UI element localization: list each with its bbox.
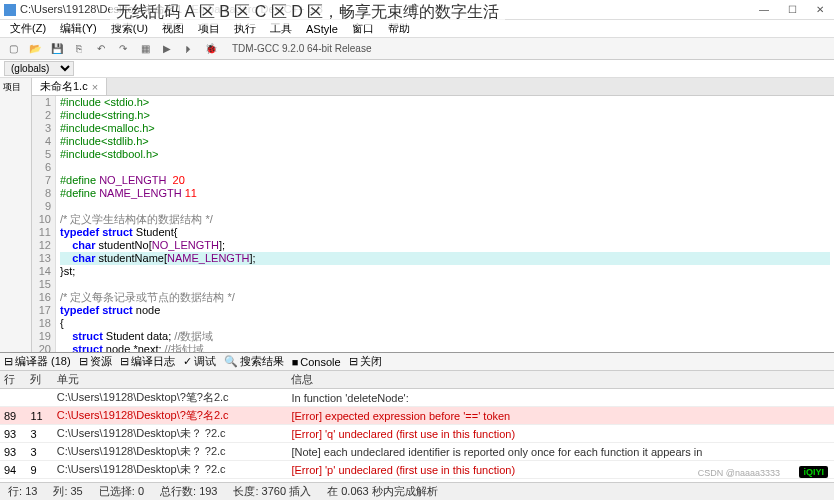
code-line[interactable]: {	[60, 317, 830, 330]
saveall-icon[interactable]: ⎘	[70, 40, 88, 58]
resources-tab[interactable]: ⊟ 资源	[79, 354, 112, 369]
code-line[interactable]: #include<string.h>	[60, 109, 830, 122]
menu-item[interactable]: 编辑(Y)	[54, 21, 103, 36]
debug-tab[interactable]: ✓ 调试	[183, 354, 216, 369]
iqiyi-watermark: iQIYI	[799, 466, 828, 478]
code-line[interactable]: char studentName[NAME_LENGTH];	[60, 252, 830, 265]
code-line[interactable]: /* 定义学生结构体的数据结构 */	[60, 213, 830, 226]
code-line[interactable]: char studentNo[NO_LENGTH];	[60, 239, 830, 252]
compiler-row[interactable]: 933C:\Users\19128\Desktop\未？ ?2.c[Error]…	[0, 425, 834, 443]
file-tabs: 未命名1.c ×	[32, 78, 834, 96]
compilelog-tab[interactable]: ⊟ 编译日志	[120, 354, 175, 369]
code-line[interactable]: #include<stdbool.h>	[60, 148, 830, 161]
code-line[interactable]	[60, 278, 830, 291]
code-line[interactable]: #define NAME_LENGTH 11	[60, 187, 830, 200]
code-line[interactable]	[60, 200, 830, 213]
compiler-row[interactable]: 933C:\Users\19128\Desktop\未？ ?2.c[Note] …	[0, 443, 834, 461]
close-panel-tab[interactable]: ⊟ 关闭	[349, 354, 382, 369]
code-line[interactable]: #include<malloc.h>	[60, 122, 830, 135]
code-editor[interactable]: 1234567891011121314151617181920212223242…	[32, 96, 834, 352]
compiler-tab[interactable]: ⊟ 编译器 (18)	[4, 354, 71, 369]
globals-dropdown[interactable]: (globals)	[4, 61, 74, 76]
app-icon	[4, 4, 16, 16]
compiler-row[interactable]: 8911C:\Users\19128\Desktop\?笔?名2.c[Error…	[0, 407, 834, 425]
code-line[interactable]	[60, 161, 830, 174]
code-line[interactable]: #include <stdio.h>	[60, 96, 830, 109]
compiler-table[interactable]: 行列单元信息 C:\Users\19128\Desktop\?笔?名2.cIn …	[0, 371, 834, 482]
compilerun-icon[interactable]: ⏵	[180, 40, 198, 58]
code-line[interactable]: struct Student data; //数据域	[60, 330, 830, 343]
console-tab[interactable]: ■ Console	[292, 356, 341, 368]
globals-bar: (globals)	[0, 60, 834, 78]
close-button[interactable]: ✕	[810, 2, 830, 18]
code-line[interactable]: #define NO_LENGTH 20	[60, 174, 830, 187]
toolbar: ▢ 📂 💾 ⎘ ↶ ↷ ▦ ▶ ⏵ 🐞 TDM-GCC 9.2.0 64-bit…	[0, 38, 834, 60]
open-icon[interactable]: 📂	[26, 40, 44, 58]
project-tab[interactable]: 项目	[2, 80, 22, 95]
run-icon[interactable]: ▶	[158, 40, 176, 58]
overlay-text: 无线乱码 A 区 B 区 C 区 D 区，畅享无束缚的数字生活	[110, 0, 505, 25]
code-line[interactable]: typedef struct node	[60, 304, 830, 317]
code-line[interactable]: typedef struct Student{	[60, 226, 830, 239]
minimize-button[interactable]: —	[754, 2, 774, 18]
undo-icon[interactable]: ↶	[92, 40, 110, 58]
compiler-info: TDM-GCC 9.2.0 64-bit Release	[224, 43, 372, 54]
statusbar: 行: 13 列: 35 已选择: 0 总行数: 193 长度: 3760 插入 …	[0, 482, 834, 500]
code-line[interactable]: }st;	[60, 265, 830, 278]
menu-item[interactable]: 文件(Z)	[4, 21, 52, 36]
project-panel: 项目	[0, 78, 32, 352]
code-line[interactable]: #include<stdlib.h>	[60, 135, 830, 148]
maximize-button[interactable]: ☐	[782, 2, 802, 18]
compiler-row[interactable]: C:\Users\19128\Desktop\?笔?名2.cIn functio…	[0, 389, 834, 407]
new-icon[interactable]: ▢	[4, 40, 22, 58]
code-line[interactable]: struct node *next; //指针域	[60, 343, 830, 352]
search-tab[interactable]: 🔍 搜索结果	[224, 354, 284, 369]
csdn-watermark: CSDN @naaaa3333	[698, 468, 780, 478]
debug-icon[interactable]: 🐞	[202, 40, 220, 58]
close-tab-icon[interactable]: ×	[92, 81, 98, 93]
save-icon[interactable]: 💾	[48, 40, 66, 58]
compile-icon[interactable]: ▦	[136, 40, 154, 58]
code-line[interactable]: /* 定义每条记录或节点的数据结构 */	[60, 291, 830, 304]
redo-icon[interactable]: ↷	[114, 40, 132, 58]
compiler-panel: ⊟ 编译器 (18) ⊟ 资源 ⊟ 编译日志 ✓ 调试 🔍 搜索结果 ■ Con…	[0, 352, 834, 482]
file-tab-active[interactable]: 未命名1.c ×	[32, 78, 107, 95]
